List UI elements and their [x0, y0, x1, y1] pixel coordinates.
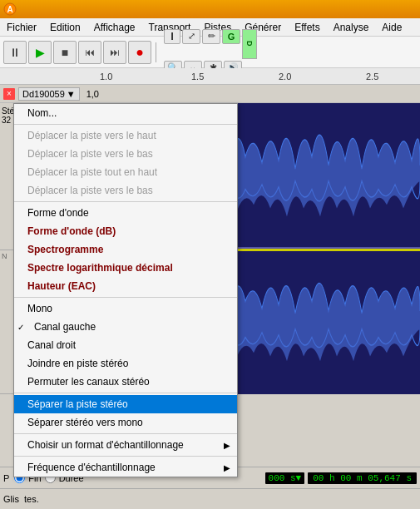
menu-separator-2 — [14, 201, 237, 202]
menu-item-nom-label: Nom... — [27, 107, 57, 119]
select-freq-button[interactable]: ⤢ — [182, 29, 200, 44]
menu-analyse[interactable]: Analyse — [327, 18, 376, 37]
menu-item-hauteur[interactable]: Hauteur (EAC) — [14, 277, 237, 295]
menu-item-canal-droit[interactable]: Canal droit — [14, 336, 237, 354]
menu-item-move-bottom[interactable]: Déplacer la piste vers le bas — [14, 181, 237, 200]
menu-item-mono[interactable]: Mono — [14, 299, 237, 318]
check-icon: ✓ — [17, 323, 24, 332]
menu-item-move-up[interactable]: Déplacer la piste vers le haut — [14, 126, 237, 145]
menu-item-move-top-label: Déplacer la piste tout en haut — [27, 166, 157, 178]
menu-item-move-down-label: Déplacer la piste vers le bas — [27, 148, 153, 160]
menu-item-spectrogram-label: Spectrogramme — [27, 244, 103, 255]
glis-label: Glis — [3, 494, 19, 504]
menu-item-permuter-label: Permuter les canaux stéréo — [27, 376, 150, 388]
menu-affichage[interactable]: Affichage — [87, 18, 142, 37]
track-dropdown-arrow: ▼ — [67, 89, 76, 99]
menu-item-spectre-log[interactable]: Spectre logarithmique décimal — [14, 259, 237, 277]
menu-item-waveform-db-label: Forme d'onde (dB) — [27, 225, 116, 237]
menu-item-canal-gauche[interactable]: ✓ Canal gauche — [14, 318, 237, 336]
menu-item-separer-mono[interactable]: Séparer stéréo vers mono — [14, 413, 237, 432]
play-button[interactable]: ▶ — [28, 41, 52, 64]
track-header: × Dd190059 ▼ 1,0 — [0, 85, 420, 103]
menu-item-nom[interactable]: Nom... — [14, 104, 237, 122]
menu-item-freq-echant-label: Fréquence d'échantillonnage — [27, 462, 156, 473]
pause-button[interactable]: ⏸ — [3, 41, 27, 64]
menu-item-mono-label: Mono — [27, 303, 52, 314]
menu-item-spectre-log-label: Spectre logarithmique décimal — [27, 262, 173, 274]
menu-item-canal-droit-label: Canal droit — [27, 339, 76, 351]
menu-item-format-echant-label: Choisir un format d'échantillonnage — [27, 439, 184, 451]
menu-effets[interactable]: Effets — [288, 18, 326, 37]
p-label: P — [3, 473, 9, 483]
track-close-button[interactable]: × — [3, 88, 15, 100]
menu-fichier[interactable]: Fichier — [0, 18, 43, 37]
record-button[interactable]: ● — [128, 41, 151, 64]
toolbar: ⏸ ▶ ■ ⏮ ⏭ ● I ⤢ ✏ G D 🔍 ↔ ✱ 🔊 — [0, 37, 420, 68]
d-indicator: D — [242, 29, 257, 59]
app-icon: A — [3, 2, 17, 16]
menu-item-joindre-label: Joindre en piste stéréo — [27, 358, 128, 369]
menu-item-joindre[interactable]: Joindre en piste stéréo — [14, 354, 237, 373]
track-name: Dd190059 — [22, 89, 65, 99]
menu-separator-1 — [14, 124, 237, 125]
menu-aide[interactable]: Aide — [375, 18, 408, 37]
menu-separator-5 — [14, 433, 237, 434]
ruler-mark-2: 1.5 — [191, 72, 204, 82]
menu-item-separer-stereo[interactable]: Séparer la piste stéréo — [14, 395, 237, 413]
menu-item-move-down[interactable]: Déplacer la piste vers le bas — [14, 145, 237, 163]
g-indicator: G — [222, 29, 240, 44]
stop-button[interactable]: ■ — [53, 41, 77, 64]
time-input-display[interactable]: 000 s▼ — [265, 472, 305, 484]
type-tool-button[interactable]: I — [164, 29, 180, 44]
menu-item-waveform-label: Forme d'onde — [27, 207, 89, 219]
time-main-display: 00 h 00 m 05,647 s — [308, 472, 417, 484]
context-menu: Nom... Déplacer la piste vers le haut Dé… — [13, 103, 238, 477]
menu-item-format-echant[interactable]: Choisir un format d'échantillonnage — [14, 436, 237, 454]
ruler-mark-1: 1.0 — [100, 72, 112, 82]
menu-item-separer-stereo-label: Séparer la piste stéréo — [27, 398, 128, 410]
menu-item-permuter[interactable]: Permuter les canaux stéréo — [14, 373, 237, 391]
forward-button[interactable]: ⏭ — [103, 41, 126, 64]
menu-item-move-bottom-label: Déplacer la piste vers le bas — [27, 185, 153, 196]
track-name-dropdown[interactable]: Dd190059 ▼ — [18, 87, 80, 101]
title-bar: A — [0, 0, 420, 18]
ruler-mark-3: 2.0 — [279, 72, 291, 82]
rewind-button[interactable]: ⏮ — [78, 41, 101, 64]
menu-item-waveform[interactable]: Forme d'onde — [14, 204, 237, 222]
pencil-tool-button[interactable]: ✏ — [202, 29, 220, 44]
menu-item-move-top[interactable]: Déplacer la piste tout en haut — [14, 163, 237, 181]
ruler-mark-4: 2.5 — [366, 72, 378, 82]
menu-item-waveform-db[interactable]: Forme d'onde (dB) — [14, 222, 237, 240]
svg-text:A: A — [7, 5, 12, 14]
ruler: 1.0 1.5 2.0 2.5 — [0, 68, 420, 85]
menu-item-spectrogram[interactable]: Spectrogramme — [14, 240, 237, 259]
menu-edition[interactable]: Edition — [43, 18, 87, 37]
notes-label: tes. — [24, 494, 39, 504]
menu-item-separer-mono-label: Séparer stéréo vers mono — [27, 417, 143, 428]
menu-item-hauteur-label: Hauteur (EAC) — [27, 280, 96, 292]
menu-item-freq-echant[interactable]: Fréquence d'échantillonnage — [14, 458, 237, 477]
menu-separator-3 — [14, 297, 237, 298]
track-value: 1,0 — [86, 89, 99, 99]
menu-item-canal-gauche-label: Canal gauche — [34, 321, 96, 333]
menu-item-move-up-label: Déplacer la piste vers le haut — [27, 130, 156, 141]
toolbar-separator-1 — [156, 42, 156, 62]
menu-separator-4 — [14, 393, 237, 393]
waveform-area: Sté 32 N — [0, 103, 420, 394]
menu-separator-6 — [14, 456, 237, 457]
bottom-row-2: Glis tes. — [0, 489, 420, 509]
